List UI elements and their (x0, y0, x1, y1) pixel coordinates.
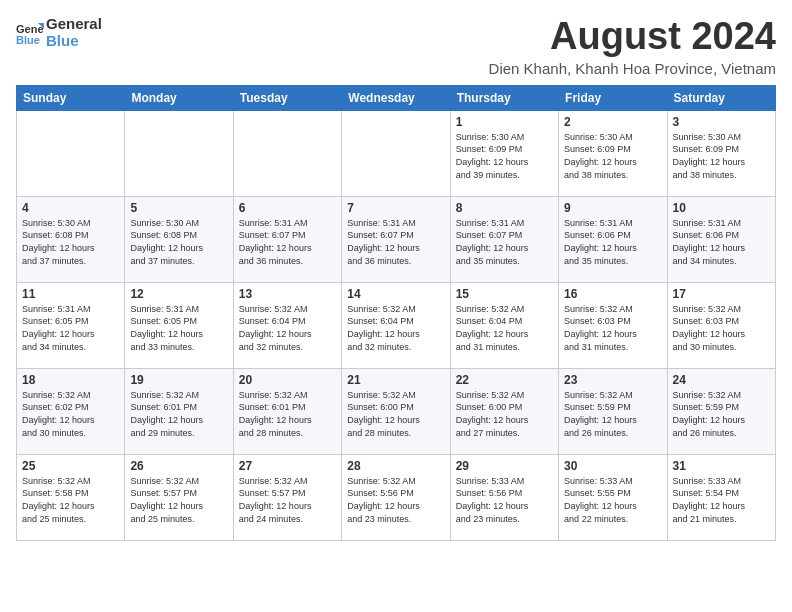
calendar-week-row: 11Sunrise: 5:31 AM Sunset: 6:05 PM Dayli… (17, 282, 776, 368)
calendar-week-row: 4Sunrise: 5:30 AM Sunset: 6:08 PM Daylig… (17, 196, 776, 282)
day-info: Sunrise: 5:32 AM Sunset: 6:04 PM Dayligh… (347, 303, 444, 353)
day-number: 14 (347, 287, 444, 301)
calendar-day-cell: 25Sunrise: 5:32 AM Sunset: 5:58 PM Dayli… (17, 454, 125, 540)
day-info: Sunrise: 5:33 AM Sunset: 5:54 PM Dayligh… (673, 475, 770, 525)
day-info: Sunrise: 5:33 AM Sunset: 5:55 PM Dayligh… (564, 475, 661, 525)
calendar-day-cell: 7Sunrise: 5:31 AM Sunset: 6:07 PM Daylig… (342, 196, 450, 282)
title-section: August 2024 Dien Khanh, Khanh Hoa Provin… (489, 16, 776, 77)
day-info: Sunrise: 5:32 AM Sunset: 5:59 PM Dayligh… (673, 389, 770, 439)
day-info: Sunrise: 5:32 AM Sunset: 6:00 PM Dayligh… (456, 389, 553, 439)
day-number: 4 (22, 201, 119, 215)
calendar-day-cell: 13Sunrise: 5:32 AM Sunset: 6:04 PM Dayli… (233, 282, 341, 368)
calendar-day-cell: 22Sunrise: 5:32 AM Sunset: 6:00 PM Dayli… (450, 368, 558, 454)
day-info: Sunrise: 5:32 AM Sunset: 6:03 PM Dayligh… (564, 303, 661, 353)
calendar-day-cell: 30Sunrise: 5:33 AM Sunset: 5:55 PM Dayli… (559, 454, 667, 540)
day-info: Sunrise: 5:32 AM Sunset: 5:57 PM Dayligh… (130, 475, 227, 525)
calendar-day-cell (233, 110, 341, 196)
day-number: 30 (564, 459, 661, 473)
day-info: Sunrise: 5:32 AM Sunset: 5:58 PM Dayligh… (22, 475, 119, 525)
calendar-week-row: 25Sunrise: 5:32 AM Sunset: 5:58 PM Dayli… (17, 454, 776, 540)
calendar-day-cell: 4Sunrise: 5:30 AM Sunset: 6:08 PM Daylig… (17, 196, 125, 282)
calendar-day-cell: 2Sunrise: 5:30 AM Sunset: 6:09 PM Daylig… (559, 110, 667, 196)
page-header: General Blue General Blue August 2024 Di… (16, 16, 776, 77)
logo: General Blue General Blue (16, 16, 102, 49)
calendar-day-cell: 28Sunrise: 5:32 AM Sunset: 5:56 PM Dayli… (342, 454, 450, 540)
day-number: 16 (564, 287, 661, 301)
weekday-header: Sunday (17, 85, 125, 110)
logo-icon: General Blue (16, 19, 44, 47)
day-info: Sunrise: 5:33 AM Sunset: 5:56 PM Dayligh… (456, 475, 553, 525)
day-info: Sunrise: 5:30 AM Sunset: 6:09 PM Dayligh… (673, 131, 770, 181)
day-number: 19 (130, 373, 227, 387)
calendar-title: August 2024 (489, 16, 776, 58)
day-number: 2 (564, 115, 661, 129)
calendar-subtitle: Dien Khanh, Khanh Hoa Province, Vietnam (489, 60, 776, 77)
day-info: Sunrise: 5:32 AM Sunset: 6:00 PM Dayligh… (347, 389, 444, 439)
calendar-day-cell: 15Sunrise: 5:32 AM Sunset: 6:04 PM Dayli… (450, 282, 558, 368)
day-number: 22 (456, 373, 553, 387)
calendar-day-cell (125, 110, 233, 196)
calendar-day-cell: 8Sunrise: 5:31 AM Sunset: 6:07 PM Daylig… (450, 196, 558, 282)
day-number: 23 (564, 373, 661, 387)
calendar-day-cell: 27Sunrise: 5:32 AM Sunset: 5:57 PM Dayli… (233, 454, 341, 540)
day-number: 13 (239, 287, 336, 301)
logo-general-text: General (46, 16, 102, 33)
day-info: Sunrise: 5:32 AM Sunset: 6:03 PM Dayligh… (673, 303, 770, 353)
calendar-day-cell: 6Sunrise: 5:31 AM Sunset: 6:07 PM Daylig… (233, 196, 341, 282)
day-number: 5 (130, 201, 227, 215)
day-info: Sunrise: 5:30 AM Sunset: 6:08 PM Dayligh… (130, 217, 227, 267)
calendar-day-cell: 1Sunrise: 5:30 AM Sunset: 6:09 PM Daylig… (450, 110, 558, 196)
day-info: Sunrise: 5:31 AM Sunset: 6:07 PM Dayligh… (456, 217, 553, 267)
day-number: 27 (239, 459, 336, 473)
day-info: Sunrise: 5:32 AM Sunset: 6:02 PM Dayligh… (22, 389, 119, 439)
day-number: 9 (564, 201, 661, 215)
weekday-header: Monday (125, 85, 233, 110)
calendar-day-cell: 5Sunrise: 5:30 AM Sunset: 6:08 PM Daylig… (125, 196, 233, 282)
day-number: 17 (673, 287, 770, 301)
calendar-day-cell: 20Sunrise: 5:32 AM Sunset: 6:01 PM Dayli… (233, 368, 341, 454)
day-number: 3 (673, 115, 770, 129)
calendar-day-cell (342, 110, 450, 196)
weekday-header: Tuesday (233, 85, 341, 110)
day-info: Sunrise: 5:32 AM Sunset: 6:01 PM Dayligh… (130, 389, 227, 439)
day-number: 15 (456, 287, 553, 301)
day-info: Sunrise: 5:31 AM Sunset: 6:06 PM Dayligh… (673, 217, 770, 267)
calendar-day-cell: 31Sunrise: 5:33 AM Sunset: 5:54 PM Dayli… (667, 454, 775, 540)
calendar-day-cell (17, 110, 125, 196)
day-number: 18 (22, 373, 119, 387)
day-info: Sunrise: 5:30 AM Sunset: 6:09 PM Dayligh… (564, 131, 661, 181)
weekday-header: Wednesday (342, 85, 450, 110)
logo-blue-text: Blue (46, 33, 102, 50)
day-number: 21 (347, 373, 444, 387)
weekday-header: Friday (559, 85, 667, 110)
day-number: 26 (130, 459, 227, 473)
day-info: Sunrise: 5:31 AM Sunset: 6:07 PM Dayligh… (347, 217, 444, 267)
day-info: Sunrise: 5:30 AM Sunset: 6:09 PM Dayligh… (456, 131, 553, 181)
calendar-day-cell: 21Sunrise: 5:32 AM Sunset: 6:00 PM Dayli… (342, 368, 450, 454)
day-info: Sunrise: 5:31 AM Sunset: 6:07 PM Dayligh… (239, 217, 336, 267)
calendar-table: SundayMondayTuesdayWednesdayThursdayFrid… (16, 85, 776, 541)
day-info: Sunrise: 5:31 AM Sunset: 6:05 PM Dayligh… (22, 303, 119, 353)
calendar-day-cell: 12Sunrise: 5:31 AM Sunset: 6:05 PM Dayli… (125, 282, 233, 368)
calendar-week-row: 18Sunrise: 5:32 AM Sunset: 6:02 PM Dayli… (17, 368, 776, 454)
svg-text:Blue: Blue (16, 34, 40, 46)
calendar-week-row: 1Sunrise: 5:30 AM Sunset: 6:09 PM Daylig… (17, 110, 776, 196)
calendar-day-cell: 26Sunrise: 5:32 AM Sunset: 5:57 PM Dayli… (125, 454, 233, 540)
header-row: SundayMondayTuesdayWednesdayThursdayFrid… (17, 85, 776, 110)
calendar-day-cell: 24Sunrise: 5:32 AM Sunset: 5:59 PM Dayli… (667, 368, 775, 454)
day-info: Sunrise: 5:31 AM Sunset: 6:05 PM Dayligh… (130, 303, 227, 353)
calendar-day-cell: 29Sunrise: 5:33 AM Sunset: 5:56 PM Dayli… (450, 454, 558, 540)
calendar-day-cell: 10Sunrise: 5:31 AM Sunset: 6:06 PM Dayli… (667, 196, 775, 282)
day-number: 24 (673, 373, 770, 387)
calendar-day-cell: 14Sunrise: 5:32 AM Sunset: 6:04 PM Dayli… (342, 282, 450, 368)
day-number: 29 (456, 459, 553, 473)
day-number: 20 (239, 373, 336, 387)
calendar-day-cell: 11Sunrise: 5:31 AM Sunset: 6:05 PM Dayli… (17, 282, 125, 368)
day-number: 6 (239, 201, 336, 215)
weekday-header: Thursday (450, 85, 558, 110)
day-number: 31 (673, 459, 770, 473)
day-number: 7 (347, 201, 444, 215)
day-info: Sunrise: 5:32 AM Sunset: 6:04 PM Dayligh… (239, 303, 336, 353)
day-info: Sunrise: 5:32 AM Sunset: 5:59 PM Dayligh… (564, 389, 661, 439)
day-number: 25 (22, 459, 119, 473)
